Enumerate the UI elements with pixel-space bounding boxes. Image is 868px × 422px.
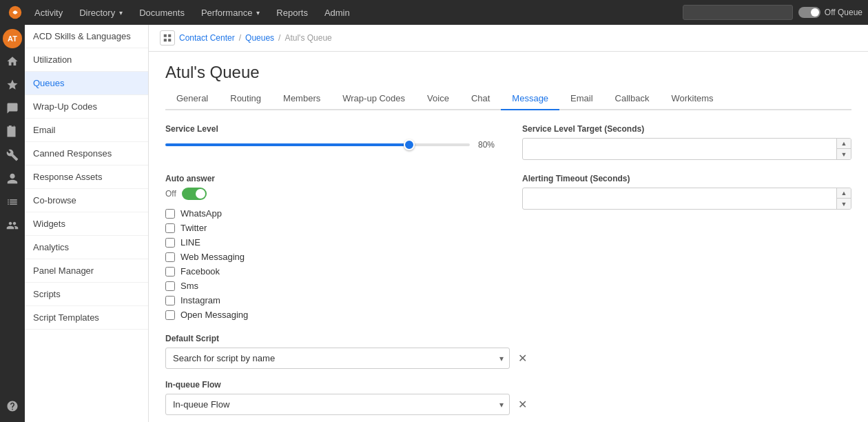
sidebar-item-cobrowse[interactable]: Co-browse [25,189,148,212]
tab-general[interactable]: General [165,88,219,110]
alerting-up[interactable]: ▲ [837,188,851,199]
service-level-col: Service Level 80% [165,124,495,160]
sidebar-item-panel[interactable]: Panel Manager [25,259,148,283]
checkbox-facebook[interactable] [165,267,175,277]
alerting-spinners: ▲ ▼ [836,188,851,209]
sidebar-item-response[interactable]: Response Assets [25,165,148,189]
left-sidebar-bottom [0,396,25,416]
page-title: Atul's Queue [165,52,851,88]
app-logo[interactable] [6,3,25,22]
tab-message[interactable]: Message [501,88,559,110]
secondary-sidebar: ACD Skills & Languages Utilization Queue… [25,25,149,422]
in-queue-flow-clear[interactable]: ✕ [515,398,529,412]
sidebar-item-widgets[interactable]: Widgets [25,212,148,236]
sidebar-item-acd[interactable]: ACD Skills & Languages [25,25,148,48]
slider-thumb[interactable] [404,139,415,150]
service-level-row: Service Level 80% Service Level Target (… [165,124,851,160]
checkbox-twitter[interactable] [165,223,175,233]
person-icon[interactable] [2,168,23,189]
service-level-down[interactable]: ▼ [837,149,851,159]
slider-container[interactable] [165,138,470,152]
book-icon[interactable] [2,121,23,142]
alerting-col: Alerting Timeout (Seconds) 30 ▲ ▼ [522,174,851,320]
chat-icon[interactable] [2,98,23,119]
sidebar-item-scripts[interactable]: Scripts [25,283,148,306]
sidebar-item-script-templates[interactable]: Script Templates [25,306,148,330]
tab-email[interactable]: Email [559,88,604,110]
off-queue-label: Off Queue [825,8,862,17]
default-script-select-wrapper: Search for script by name ▾ [165,348,510,369]
nav-activity[interactable]: Activity [28,5,70,21]
tab-wrapup[interactable]: Wrap-up Codes [331,88,416,110]
breadcrumb-current: Atul's Queue [285,33,331,43]
channel-whatsapp-label: WhatsApp [180,208,222,219]
default-script-select[interactable]: Search for script by name [166,348,509,368]
default-script-label: Default Script [165,334,851,343]
breadcrumb-sep1: / [239,33,241,43]
channel-line: LINE [165,237,495,248]
sidebar-item-analytics[interactable]: Analytics [25,236,148,259]
alerting-down[interactable]: ▼ [837,199,851,209]
star-icon[interactable] [2,74,23,95]
people-icon[interactable] [2,215,23,236]
service-level-target-field[interactable]: 20 [523,140,836,159]
in-queue-flow-row: In-queue Flow ▾ ✕ [165,394,851,415]
checkbox-line[interactable] [165,238,175,248]
service-level-up[interactable]: ▲ [837,139,851,149]
channel-sms-label: Sms [180,281,198,291]
top-navigation: Activity Directory Documents Performance… [0,0,868,25]
tab-routing[interactable]: Routing [219,88,272,110]
alerting-timeout-field[interactable]: 30 [523,190,836,208]
channel-instagram: Instagram [165,295,495,305]
queue-toggle[interactable] [798,7,820,18]
off-queue-toggle-area: Off Queue [798,7,862,18]
tools-icon[interactable] [2,145,23,165]
checkbox-web-messaging[interactable] [165,252,175,262]
tab-callback[interactable]: Callback [604,88,661,110]
auto-answer-toggle[interactable] [182,188,207,200]
user-avatar[interactable]: AT [3,29,22,48]
channel-sms: Sms [165,281,495,291]
channel-web-messaging: Web Messaging [165,252,495,262]
grid-icon[interactable] [160,30,175,46]
breadcrumb-queues[interactable]: Queues [245,33,274,43]
sidebar-item-canned[interactable]: Canned Responses [25,142,148,165]
tab-members[interactable]: Members [272,88,331,110]
nav-reports[interactable]: Reports [269,5,315,21]
checkbox-sms[interactable] [165,281,175,291]
default-script-clear[interactable]: ✕ [515,352,529,365]
sidebar-item-utilization[interactable]: Utilization [25,48,148,72]
content-area: Contact Center / Queues / Atul's Queue A… [149,25,868,422]
checkbox-whatsapp[interactable] [165,209,175,219]
sidebar-item-wrapup[interactable]: Wrap-Up Codes [25,95,148,119]
channel-instagram-label: Instagram [180,295,220,305]
in-queue-flow-select[interactable]: In-queue Flow [166,394,509,414]
main-wrapper: ACD Skills & Languages Utilization Queue… [25,25,868,422]
checkbox-open-messaging[interactable] [165,310,175,320]
breadcrumb-contact-center[interactable]: Contact Center [179,33,235,43]
nav-performance[interactable]: Performance [194,5,267,21]
channel-facebook: Facebook [165,266,495,277]
toggle-wrapper: Off [165,188,495,200]
channel-open-messaging-label: Open Messaging [180,310,248,320]
tab-voice[interactable]: Voice [416,88,460,110]
nav-directory[interactable]: Directory [72,5,130,21]
list-icon[interactable] [2,192,23,212]
slider-fill [165,143,409,146]
service-level-spinners: ▲ ▼ [836,139,851,159]
sidebar-item-email[interactable]: Email [25,119,148,142]
channel-facebook-label: Facebook [180,266,220,277]
channel-open-messaging: Open Messaging [165,310,495,320]
nav-admin[interactable]: Admin [318,5,357,21]
help-icon[interactable] [2,396,23,416]
default-script-row: Search for script by name ▾ ✕ [165,348,851,369]
sidebar-item-queues[interactable]: Queues [25,72,148,95]
checkbox-instagram[interactable] [165,296,175,305]
search-input[interactable] [683,5,793,20]
home-icon[interactable] [2,51,23,72]
nav-search-area: Off Queue [683,5,862,20]
alerting-timeout-input: 30 ▲ ▼ [522,188,851,210]
tab-chat[interactable]: Chat [460,88,501,110]
tab-workitems[interactable]: Workitems [660,88,724,110]
nav-documents[interactable]: Documents [132,5,192,21]
